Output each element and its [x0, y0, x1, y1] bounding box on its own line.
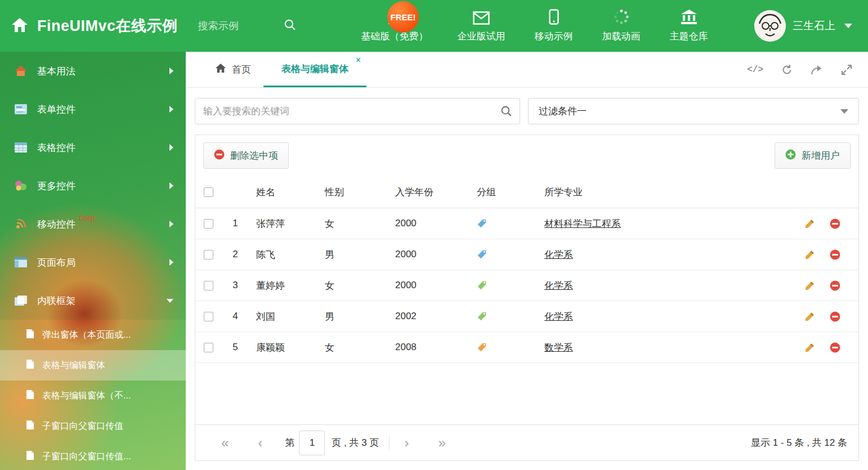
sidebar-item-page-layout[interactable]: 页面布局 — [0, 243, 186, 281]
chevron-right-icon — [169, 182, 173, 189]
row-checkbox[interactable] — [204, 343, 213, 352]
column-header-major[interactable]: 所学专业 — [538, 186, 785, 199]
share-icon[interactable] — [811, 65, 823, 75]
app-header: FineUIMvc在线示例 FREE! 基础版（免费） 企业版试用 移动示例 — [0, 0, 868, 52]
last-page-icon[interactable]: » — [423, 436, 460, 450]
row-index: 5 — [221, 342, 249, 353]
delete-icon[interactable] — [830, 249, 840, 260]
delete-icon[interactable] — [830, 311, 840, 322]
sidebar-item-iframe[interactable]: 内联框架 — [0, 281, 186, 320]
row-index: 3 — [221, 280, 249, 291]
edit-icon[interactable] — [804, 280, 815, 291]
app-logo[interactable]: FineUIMvc在线示例 — [0, 16, 178, 36]
keyword-search — [195, 98, 520, 124]
user-menu[interactable]: 三生石上 — [754, 10, 868, 42]
sidebar-item-label: 页面布局 — [37, 256, 75, 269]
grid-panel: 删除选中项 新增用户 姓名 性别 入学年份 分组 所学专业 1 张萍萍 女 — [195, 135, 859, 461]
major-link[interactable]: 化学系 — [544, 249, 573, 260]
add-user-button[interactable]: 新增用户 — [775, 142, 851, 169]
tab-home[interactable]: 首页 — [203, 52, 263, 87]
row-checkbox[interactable] — [204, 250, 213, 259]
expand-icon[interactable] — [841, 64, 852, 75]
signal-icon — [14, 218, 28, 230]
edit-icon[interactable] — [804, 342, 815, 353]
prev-page-icon[interactable]: ‹ — [243, 436, 277, 450]
file-icon — [26, 359, 34, 371]
code-icon[interactable]: </> — [747, 65, 763, 75]
row-year: 2000 — [388, 218, 470, 229]
sidebar-subitem-popup-window[interactable]: 弹出窗体（本页面或... — [0, 320, 186, 350]
first-page-icon[interactable]: « — [207, 436, 243, 450]
major-link[interactable]: 材料科学与工程系 — [544, 218, 621, 229]
column-header-name[interactable]: 姓名 — [249, 186, 318, 199]
chevron-down-icon — [844, 24, 852, 28]
edit-icon[interactable] — [804, 218, 815, 229]
row-year: 2008 — [388, 342, 470, 353]
tab-label: 首页 — [232, 63, 251, 76]
sidebar-item-more-controls[interactable]: 更多控件 — [0, 167, 186, 205]
nav-label: 主题仓库 — [670, 30, 708, 43]
major-link[interactable]: 数学系 — [544, 342, 573, 353]
frames-icon — [14, 296, 28, 306]
delete-icon[interactable] — [830, 280, 840, 291]
sidebar-subitem-grid-edit-window-2[interactable]: 表格与编辑窗体（不... — [0, 381, 186, 411]
tag-icon — [477, 249, 487, 259]
select-all-checkbox[interactable] — [204, 187, 213, 197]
keyword-search-input[interactable] — [195, 98, 520, 124]
nav-loading-animation[interactable]: 加载动画 — [602, 9, 641, 43]
nav-label: 加载动画 — [602, 30, 641, 43]
current-page-input[interactable] — [299, 431, 325, 455]
sidebar-item-label: 基本用法 — [37, 65, 75, 78]
major-link[interactable]: 化学系 — [544, 311, 573, 322]
search-icon[interactable] — [500, 105, 512, 119]
search-icon[interactable] — [284, 19, 296, 33]
table-row: 1 张萍萍 女 2000 材料科学与工程系 — [195, 208, 858, 239]
page-total-label: 页 , 共 3 页 — [325, 436, 389, 449]
pagination-bar: « ‹ 第 页 , 共 3 页 › » 显示 1 - 5 条 , 共 12 条 — [195, 424, 858, 460]
row-index: 4 — [221, 311, 249, 322]
filter-dropdown-value: 过滤条件一 — [539, 105, 587, 118]
tab-grid-edit-window[interactable]: 表格与编辑窗体 ✕ — [263, 52, 366, 87]
edit-icon[interactable] — [804, 311, 815, 322]
sidebar-item-grid-controls[interactable]: 表格控件 — [0, 128, 186, 167]
layout-icon — [14, 257, 28, 267]
sidebar-item-form-controls[interactable]: 表单控件 — [0, 90, 186, 128]
filter-dropdown[interactable]: 过滤条件一 — [528, 98, 859, 124]
sidebar-subitem-child-to-parent-2[interactable]: 子窗口向父窗口传值... — [0, 441, 186, 470]
delete-icon[interactable] — [830, 342, 840, 353]
mail-icon — [473, 9, 490, 25]
nav-theme-store[interactable]: 主题仓库 — [670, 9, 708, 43]
major-link[interactable]: 化学系 — [544, 280, 573, 291]
tag-icon — [477, 342, 487, 352]
column-header-year[interactable]: 入学年份 — [388, 186, 470, 199]
column-header-gender[interactable]: 性别 — [318, 186, 388, 199]
row-checkbox[interactable] — [204, 312, 213, 321]
header-search-input[interactable] — [197, 20, 276, 33]
sidebar-item-mobile-controls[interactable]: 移动控件 Corp. — [0, 205, 186, 243]
sidebar-item-basic-usage[interactable]: 基本用法 — [0, 52, 186, 90]
edit-icon[interactable] — [804, 249, 815, 260]
plus-circle-icon — [785, 149, 796, 163]
row-name: 刘国 — [249, 310, 318, 323]
sidebar-subitem-child-to-parent[interactable]: 子窗口向父窗口传值 — [0, 411, 186, 441]
next-page-icon[interactable]: › — [390, 436, 423, 450]
refresh-icon[interactable] — [781, 64, 793, 75]
nav-label: 基础版（免费） — [361, 30, 428, 43]
delete-icon[interactable] — [830, 218, 840, 229]
corp-badge: Corp. — [79, 214, 97, 222]
delete-selected-button[interactable]: 删除选中项 — [203, 142, 289, 169]
house-icon — [14, 65, 28, 77]
close-icon[interactable]: ✕ — [355, 56, 361, 64]
chevron-down-icon — [167, 299, 173, 303]
nav-label: 企业版试用 — [458, 30, 505, 43]
sidebar-item-label: 内联框架 — [37, 294, 75, 307]
row-gender: 男 — [318, 310, 388, 323]
row-checkbox[interactable] — [204, 219, 213, 229]
nav-enterprise-trial[interactable]: 企业版试用 — [458, 9, 505, 43]
column-header-group[interactable]: 分组 — [470, 186, 538, 199]
nav-mobile-demo[interactable]: 移动示例 — [535, 9, 573, 43]
table-row: 3 董婷婷 女 2000 化学系 — [195, 270, 858, 301]
sidebar-item-label: 表单控件 — [37, 103, 75, 116]
sidebar-subitem-grid-edit-window[interactable]: 表格与编辑窗体 — [0, 350, 186, 381]
row-checkbox[interactable] — [204, 281, 213, 290]
